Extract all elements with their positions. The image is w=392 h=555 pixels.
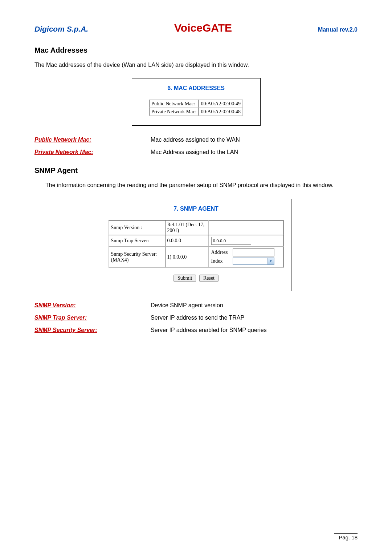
def-desc: Mac Address assigned to the LAN: [151, 149, 238, 155]
def-term-snmp-version: SNMP Version:: [34, 302, 151, 309]
definition-row: SNMP Trap Server: Server IP address to s…: [34, 315, 358, 321]
definition-row: Public Network Mac: Mac address assigned…: [34, 137, 358, 143]
snmp-panel-title: 7. SNMP AGENT: [109, 206, 284, 212]
snmp-trap-input[interactable]: [211, 237, 251, 245]
snmp-security-controls: Address Index ▼: [209, 247, 283, 268]
mac-label: Public Network Mac:: [149, 100, 199, 108]
def-term-snmp-security: SNMP Security Server:: [34, 327, 151, 333]
empty-cell: [209, 220, 283, 235]
definition-row: Private Network Mac: Mac Address assigne…: [34, 149, 358, 155]
mac-section-description: The Mac addresses of the device (Wan and…: [34, 61, 358, 69]
snmp-table: Snmp Version : Rel.1.01 (Dec. 17, 2001) …: [109, 220, 284, 268]
button-row: Submit Reset: [109, 275, 284, 282]
index-dropdown[interactable]: ▼: [233, 258, 274, 265]
table-row: Snmp Trap Server: 0.0.0.0: [109, 235, 283, 247]
index-label: Index: [211, 258, 231, 264]
snmp-trap-input-cell: [209, 235, 283, 247]
table-row: Public Network Mac: 00:A0:A2:02:00:49: [149, 100, 243, 108]
def-term-public-mac: Public Network Mac:: [34, 137, 151, 143]
header-company: Digicom S.p.A.: [34, 25, 88, 33]
table-row: Snmp Security Server: (MAX4) 1) 0.0.0.0 …: [109, 247, 283, 268]
def-term-snmp-trap: SNMP Trap Server:: [34, 315, 151, 321]
snmp-security-label: Snmp Security Server: (MAX4): [109, 247, 165, 268]
mac-label: Private Network Mac:: [149, 108, 199, 116]
definition-row: SNMP Security Server: Server IP address …: [34, 327, 358, 333]
mac-value: 00:A0:A2:02:00:48: [199, 108, 243, 116]
snmp-version-label: Snmp Version :: [109, 220, 165, 235]
snmp-trap-value: 0.0.0.0: [165, 235, 209, 247]
snmp-security-value: 1) 0.0.0.0: [165, 247, 209, 268]
header-product: VoiceGATE: [174, 22, 232, 34]
definition-row: SNMP Version: Device SNMP agent version: [34, 302, 358, 309]
header-revision: Manual rev.2.0: [318, 27, 358, 33]
table-row: Private Network Mac: 00:A0:A2:02:00:48: [149, 108, 243, 116]
mac-panel-title: 6. MAC ADDRESSES: [139, 85, 253, 92]
def-term-private-mac: Private Network Mac:: [34, 149, 151, 155]
snmp-section-title: SNMP Agent: [34, 166, 358, 175]
def-desc: Mac address assigned to the WAN: [151, 137, 240, 143]
page-header: Digicom S.p.A. VoiceGATE Manual rev.2.0: [34, 22, 358, 35]
table-row: Snmp Version : Rel.1.01 (Dec. 17, 2001): [109, 220, 283, 235]
reset-button[interactable]: Reset: [199, 275, 219, 282]
snmp-agent-panel: 7. SNMP AGENT Snmp Version : Rel.1.01 (D…: [101, 199, 291, 291]
address-input[interactable]: [233, 248, 274, 256]
mac-addresses-panel: 6. MAC ADDRESSES Public Network Mac: 00:…: [132, 78, 261, 126]
def-desc: Device SNMP agent version: [151, 302, 223, 309]
submit-button[interactable]: Submit: [173, 275, 196, 282]
address-label: Address: [211, 250, 231, 255]
chevron-down-icon[interactable]: ▼: [268, 258, 274, 264]
snmp-agent-section: SNMP Agent The information concerning th…: [34, 166, 358, 333]
def-desc: Server IP address enabled for SNMP queri…: [151, 327, 267, 333]
snmp-trap-label: Snmp Trap Server:: [109, 235, 165, 247]
def-desc: Server IP address to send the TRAP: [151, 315, 244, 321]
snmp-section-description: The information concerning the reading a…: [45, 181, 358, 189]
mac-table: Public Network Mac: 00:A0:A2:02:00:49 Pr…: [149, 100, 243, 116]
mac-section-title: Mac Addresses: [34, 46, 358, 54]
page-footer: Pag. 18: [334, 533, 358, 540]
mac-addresses-section: Mac Addresses The Mac addresses of the d…: [34, 46, 358, 155]
snmp-version-value: Rel.1.01 (Dec. 17, 2001): [165, 220, 209, 235]
mac-value: 00:A0:A2:02:00:49: [199, 100, 243, 108]
